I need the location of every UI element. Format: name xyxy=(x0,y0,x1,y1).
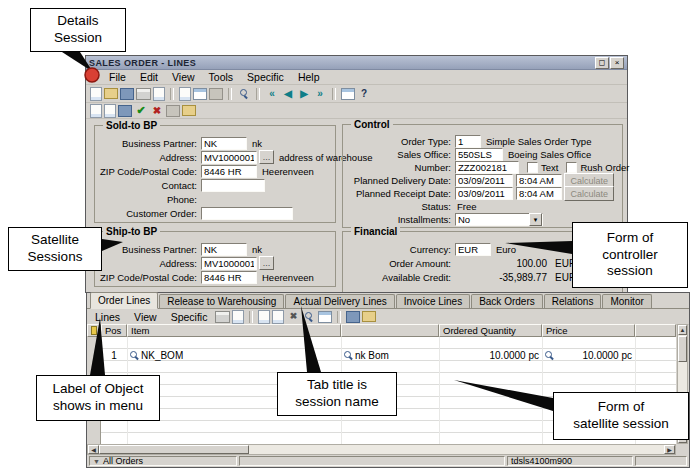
print-lines-icon[interactable] xyxy=(215,311,230,323)
properties-icon[interactable] xyxy=(166,105,180,117)
tab-release-to-warehousing[interactable]: Release to Warehousing xyxy=(159,294,284,308)
address-browse-button[interactable]: … xyxy=(259,256,274,270)
duplicate-record-icon[interactable] xyxy=(104,104,116,118)
menu-edit[interactable]: Edit xyxy=(133,71,165,83)
lookup-icon[interactable] xyxy=(545,351,554,360)
refresh-icon[interactable] xyxy=(341,88,355,100)
filter-icon[interactable] xyxy=(318,311,332,323)
currency-input[interactable] xyxy=(455,243,491,256)
planned-delivery-time-input[interactable] xyxy=(516,174,562,187)
ok-icon[interactable]: ✔ xyxy=(134,104,148,117)
save-changes-icon[interactable] xyxy=(118,105,132,117)
column-header-ordered-quantity[interactable]: Ordered Quantity xyxy=(439,324,542,337)
menu-view[interactable]: View xyxy=(165,71,202,83)
cancel-icon[interactable]: ✖ xyxy=(150,104,164,117)
delete-icon[interactable] xyxy=(209,88,223,100)
find-icon[interactable] xyxy=(237,87,251,100)
order-number-input[interactable] xyxy=(455,161,519,174)
delete-line-icon[interactable]: ✖ xyxy=(286,310,300,323)
tab-order-lines[interactable]: Order Lines xyxy=(90,292,158,309)
sold-to-zip-input[interactable] xyxy=(201,165,257,178)
ship-to-business-partner-input[interactable] xyxy=(201,243,247,256)
cell-position[interactable]: 1 xyxy=(101,349,127,361)
planned-delivery-date-input[interactable] xyxy=(455,174,513,187)
previous-record-icon[interactable]: ◀ xyxy=(281,87,295,100)
ship-to-zip-input[interactable] xyxy=(201,271,257,284)
planned-receipt-time-input[interactable] xyxy=(516,187,562,200)
print-icon[interactable] xyxy=(136,88,151,100)
print-preview-icon[interactable] xyxy=(153,87,165,101)
scroll-left-icon[interactable]: ◀ xyxy=(88,445,99,454)
menu-lines[interactable]: Lines xyxy=(89,311,126,323)
lookup-icon[interactable] xyxy=(344,351,353,360)
copy-icon[interactable] xyxy=(179,87,191,101)
cell-item-description[interactable]: nk Bom xyxy=(341,349,439,361)
scroll-right-icon[interactable]: ▶ xyxy=(664,445,675,454)
new-line-icon[interactable] xyxy=(258,310,270,324)
preview-lines-icon[interactable] xyxy=(232,310,244,324)
order-line-row[interactable]: 1 NK_BOM nk Bom 10.0000 pc 10.0000 pc xyxy=(87,349,676,361)
installments-dropdown[interactable]: No ▾ xyxy=(455,213,543,226)
menu-view[interactable]: View xyxy=(128,311,163,323)
row-selector-cell[interactable] xyxy=(87,349,101,361)
last-record-icon[interactable]: » xyxy=(313,87,327,100)
chevron-down-icon[interactable]: ▾ xyxy=(529,213,542,226)
order-type-input[interactable] xyxy=(455,135,481,148)
chart-icon[interactable] xyxy=(346,311,360,323)
zip-code-label: ZIP Code/Postal Code: xyxy=(99,166,201,177)
first-record-icon[interactable]: « xyxy=(265,87,279,100)
tab-actual-delivery-lines[interactable]: Actual Delivery Lines xyxy=(285,294,394,308)
ship-to-address-input[interactable] xyxy=(201,257,257,270)
horizontal-scroll-track[interactable] xyxy=(249,445,664,454)
tab-back-orders[interactable]: Back Orders xyxy=(471,294,543,308)
paste-icon[interactable] xyxy=(193,88,207,100)
horizontal-scroll-thumb[interactable] xyxy=(99,445,249,454)
new-document-icon[interactable] xyxy=(90,87,102,101)
sold-to-business-partner-input[interactable] xyxy=(201,137,247,150)
filter-status-segment[interactable]: ▼ All Orders xyxy=(89,456,237,466)
menu-file[interactable]: File xyxy=(102,71,133,83)
form-row: Planned Receipt Date: Calculate xyxy=(343,187,622,200)
sold-to-address-input[interactable] xyxy=(201,151,257,164)
tab-relations[interactable]: Relations xyxy=(544,294,602,308)
form-row: Address: … address of warehouse xyxy=(95,150,335,164)
menu-help[interactable]: Help xyxy=(291,71,327,83)
column-header-description[interactable] xyxy=(341,324,439,337)
rush-order-checkbox[interactable] xyxy=(566,162,577,173)
column-header-price[interactable]: Price xyxy=(542,324,635,337)
cell-item[interactable]: NK_BOM xyxy=(127,349,341,361)
scroll-up-icon[interactable]: ▲ xyxy=(678,325,687,335)
cell-price[interactable]: 10.0000 pc xyxy=(542,349,635,361)
notes-icon[interactable] xyxy=(182,105,196,116)
help-icon[interactable]: ? xyxy=(357,87,371,100)
text-checkbox[interactable] xyxy=(527,162,538,173)
column-header-pos[interactable]: Pos xyxy=(101,324,127,337)
window-titlebar[interactable]: SALES ORDER - LINES ◻ × xyxy=(86,56,627,70)
insert-record-icon[interactable] xyxy=(90,104,102,118)
tab-invoice-lines[interactable]: Invoice Lines xyxy=(396,294,470,308)
grid-horizontal-scrollbar[interactable]: ◀ ▶ xyxy=(87,444,676,455)
menu-tools[interactable]: Tools xyxy=(202,71,241,83)
vertical-scroll-thumb[interactable] xyxy=(678,336,687,362)
customer-order-input[interactable] xyxy=(201,207,293,220)
sales-office-input[interactable] xyxy=(455,148,503,161)
close-button[interactable]: × xyxy=(610,57,624,69)
tab-monitor[interactable]: Monitor xyxy=(602,294,651,308)
copy-line-icon[interactable] xyxy=(272,310,284,324)
grid-corner-cell xyxy=(87,324,101,337)
menu-specific[interactable]: Specific xyxy=(240,71,291,83)
menu-specific[interactable]: Specific xyxy=(165,311,214,323)
planned-receipt-date-input[interactable] xyxy=(455,187,513,200)
calculate-receipt-button[interactable]: Calculate xyxy=(564,186,614,201)
cell-ordered-quantity[interactable]: 10.0000 pc xyxy=(439,349,542,361)
attachments-icon[interactable] xyxy=(362,311,376,322)
contact-input[interactable] xyxy=(201,179,265,192)
address-browse-button[interactable]: … xyxy=(259,150,274,164)
find-line-icon[interactable] xyxy=(302,310,316,323)
open-icon[interactable] xyxy=(104,88,118,99)
lookup-icon[interactable] xyxy=(130,351,139,360)
column-header-item[interactable]: Item xyxy=(127,324,341,337)
save-icon[interactable] xyxy=(120,88,134,100)
next-record-icon[interactable]: ▶ xyxy=(297,87,311,100)
restore-button[interactable]: ◻ xyxy=(595,57,609,69)
